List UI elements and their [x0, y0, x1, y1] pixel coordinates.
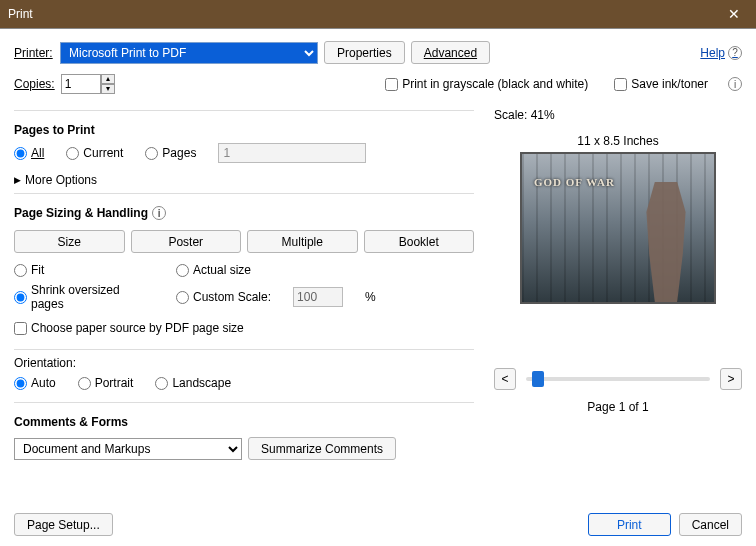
properties-button[interactable]: Properties [324, 41, 405, 64]
choose-paper-checkbox[interactable]: Choose paper source by PDF page size [14, 321, 474, 335]
more-options-toggle[interactable]: ▶ More Options [14, 173, 474, 187]
tab-multiple[interactable]: Multiple [247, 230, 358, 253]
help-icon: ? [728, 46, 742, 60]
info-icon[interactable]: i [728, 77, 742, 91]
printer-label: Printer: [14, 46, 54, 60]
custom-scale-input[interactable] [293, 287, 343, 307]
preview-content-label: GOD OF WAR [534, 176, 615, 188]
content-area: Printer: Microsoft Print to PDF Properti… [0, 28, 756, 546]
cancel-button[interactable]: Cancel [679, 513, 742, 536]
page-setup-button[interactable]: Page Setup... [14, 513, 113, 536]
radio-custom[interactable]: Custom Scale: [176, 290, 271, 304]
radio-current[interactable]: Current [66, 146, 123, 160]
titlebar: Print ✕ [0, 0, 756, 28]
next-page-button[interactable]: > [720, 368, 742, 390]
print-dialog: Print ✕ Printer: Microsoft Print to PDF … [0, 0, 756, 546]
close-icon[interactable]: ✕ [720, 4, 748, 24]
help-link[interactable]: Help ? [700, 46, 742, 60]
radio-landscape[interactable]: Landscape [155, 376, 231, 390]
copies-input[interactable] [61, 74, 101, 94]
info-icon[interactable]: i [152, 206, 166, 220]
grayscale-checkbox[interactable]: Print in grayscale (black and white) [385, 77, 588, 91]
radio-all[interactable]: All [14, 146, 44, 160]
copies-up-icon[interactable]: ▴ [101, 74, 115, 84]
print-button[interactable]: Print [588, 513, 671, 536]
print-preview: GOD OF WAR [520, 152, 716, 304]
page-slider[interactable] [526, 377, 710, 381]
summarize-comments-button[interactable]: Summarize Comments [248, 437, 396, 460]
printer-select[interactable]: Microsoft Print to PDF [60, 42, 318, 64]
pages-to-print-header: Pages to Print [14, 123, 474, 137]
comments-header: Comments & Forms [14, 415, 474, 429]
tab-poster[interactable]: Poster [131, 230, 242, 253]
tab-booklet[interactable]: Booklet [364, 230, 475, 253]
copies-down-icon[interactable]: ▾ [101, 84, 115, 94]
radio-auto[interactable]: Auto [14, 376, 56, 390]
copies-stepper[interactable]: ▴ ▾ [61, 74, 115, 94]
percent-label: % [365, 290, 376, 304]
chevron-right-icon: ▶ [14, 175, 21, 185]
page-indicator: Page 1 of 1 [494, 400, 742, 414]
advanced-button[interactable]: Advanced [411, 41, 490, 64]
radio-fit[interactable]: Fit [14, 263, 154, 277]
copies-label: Copies: [14, 77, 55, 91]
tab-size[interactable]: Size [14, 230, 125, 253]
save-ink-checkbox[interactable]: Save ink/toner [614, 77, 708, 91]
pages-range-input[interactable] [218, 143, 366, 163]
scale-readout: Scale: 41% [494, 108, 742, 122]
comments-select[interactable]: Document and Markups [14, 438, 242, 460]
window-title: Print [8, 7, 720, 21]
orientation-label: Orientation: [14, 356, 474, 370]
radio-actual[interactable]: Actual size [176, 263, 251, 277]
radio-portrait[interactable]: Portrait [78, 376, 134, 390]
prev-page-button[interactable]: < [494, 368, 516, 390]
radio-pages[interactable]: Pages [145, 146, 196, 160]
slider-thumb-icon[interactable] [532, 371, 544, 387]
page-dimensions: 11 x 8.5 Inches [494, 134, 742, 148]
sizing-header: Page Sizing & Handling i [14, 206, 474, 220]
radio-shrink[interactable]: Shrink oversized pages [14, 283, 154, 311]
